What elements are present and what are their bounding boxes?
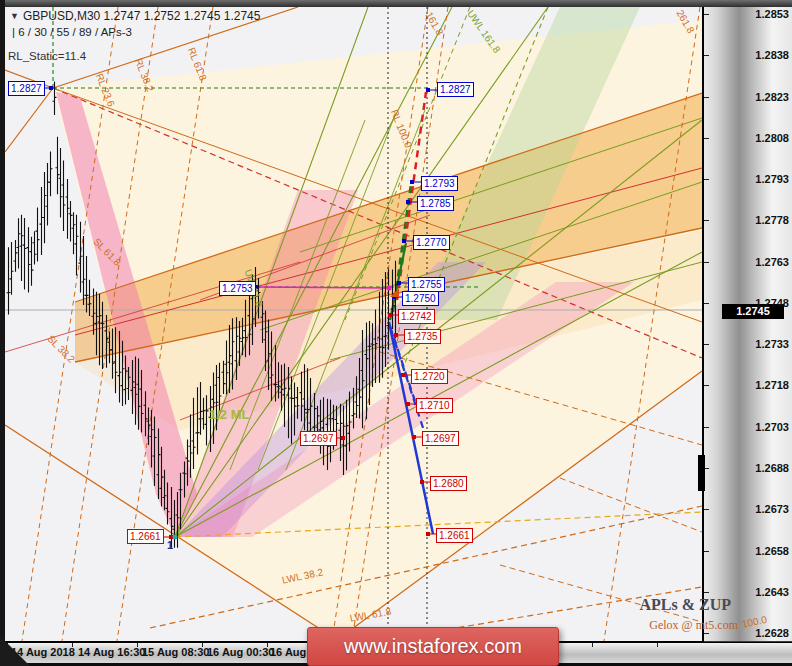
price-tick-mark	[704, 220, 709, 221]
price-label-1.2753: 1.2753	[219, 281, 256, 296]
price-tick-mark	[704, 14, 709, 15]
date-tick-label: 15 Aug 08:30	[142, 646, 209, 658]
price-tick-mark	[704, 427, 709, 428]
symbol-dropdown-icon[interactable]: ▼	[10, 11, 19, 21]
indicator-params: | 6 / 30 / 55 / 89 / APs-3	[12, 26, 132, 38]
window-frame-left	[0, 0, 5, 666]
price-label-1.2720: 1.2720	[411, 369, 448, 384]
price-tick-mark	[704, 551, 709, 552]
rl-static-label: RL_Static=11.4	[8, 50, 86, 62]
date-tick-mark	[592, 643, 593, 647]
price-tick-label: 1.2823	[729, 91, 789, 103]
date-tick-label: 14 Aug 16:30	[78, 646, 145, 658]
price-label-1.2661: 1.2661	[436, 528, 473, 543]
price-tick-mark	[704, 633, 709, 634]
price-tick-mark	[704, 592, 709, 593]
symbol-quote-text: GBPUSD,M30 1.2747 1.2752 1.2745 1.2745	[23, 9, 261, 23]
price-tick-label: 1.2853	[729, 8, 789, 20]
price-tick-mark	[704, 344, 709, 345]
price-tick-label: 1.2748	[729, 297, 789, 309]
price-label-1.2710: 1.2710	[416, 398, 453, 413]
date-tick-mark	[72, 643, 73, 647]
price-tick-mark	[704, 385, 709, 386]
window-frame-top	[0, 0, 792, 7]
banner-link[interactable]: www.instaforex.com	[307, 627, 559, 666]
pivot-flag: 1	[167, 539, 173, 551]
price-tick-label: 1.2763	[729, 256, 789, 268]
date-tick-label: 16 Aug 00:30	[207, 646, 274, 658]
price-label-1.2785: 1.2785	[417, 196, 454, 211]
date-tick-mark	[267, 643, 268, 647]
price-label-1.2742: 1.2742	[398, 309, 435, 324]
price-tick-mark	[704, 179, 709, 180]
price-label-1.2697: 1.2697	[422, 431, 459, 446]
price-label-1.2750: 1.2750	[402, 291, 439, 306]
price-label-1.2735: 1.2735	[404, 329, 441, 344]
branding-tool-label: APLs & ZUP	[0, 596, 731, 614]
price-tick-mark	[704, 97, 709, 98]
date-tick-mark	[137, 643, 138, 647]
price-tick-mark	[704, 138, 709, 139]
date-tick-mark	[657, 643, 658, 647]
price-label-1.2755: 1.2755	[408, 277, 445, 292]
line-label-1-2-ML: 1/2 ML	[209, 407, 249, 422]
price-label-1.2680: 1.2680	[430, 476, 467, 491]
price-tick-label: 1.2778	[729, 214, 789, 226]
price-label-1.2770: 1.2770	[413, 235, 450, 250]
price-label-1.2827: 1.2827	[8, 81, 45, 96]
price-axis[interactable]: 1.2745 1.28531.28381.28231.28081.27931.2…	[704, 7, 792, 641]
price-tick-mark	[704, 55, 709, 56]
price-tick-label: 1.2793	[729, 173, 789, 185]
price-tick-label: 1.2718	[729, 379, 789, 391]
chart-title: ▼GBPUSD,M30 1.2747 1.2752 1.2745 1.2745	[10, 9, 260, 23]
price-label-1.2697: 1.2697	[300, 431, 337, 446]
price-tick-label: 1.2808	[729, 132, 789, 144]
price-tick-mark	[704, 262, 709, 263]
price-tick-label: 1.2703	[729, 421, 789, 433]
chart-window: ▼GBPUSD,M30 1.2747 1.2752 1.2745 1.2745 …	[0, 0, 792, 666]
axis-grab-bar[interactable]	[698, 455, 705, 491]
window-corner-shadow	[0, 636, 30, 666]
price-tick-label: 1.2628	[729, 627, 789, 639]
price-tick-label: 1.2688	[729, 462, 789, 474]
date-tick-mark	[202, 643, 203, 647]
price-label-1.2661: 1.2661	[127, 529, 164, 544]
price-tick-label: 1.2733	[729, 338, 789, 350]
price-tick-label: 1.2658	[729, 545, 789, 557]
price-tick-mark	[704, 509, 709, 510]
price-tick-label: 1.2673	[729, 503, 789, 515]
price-label-1.2793: 1.2793	[421, 176, 458, 191]
price-tick-mark	[704, 303, 709, 304]
price-tick-label: 1.2838	[729, 49, 789, 61]
price-label-1.2827: 1.2827	[437, 82, 474, 97]
price-tick-label: 1.2643	[729, 586, 789, 598]
